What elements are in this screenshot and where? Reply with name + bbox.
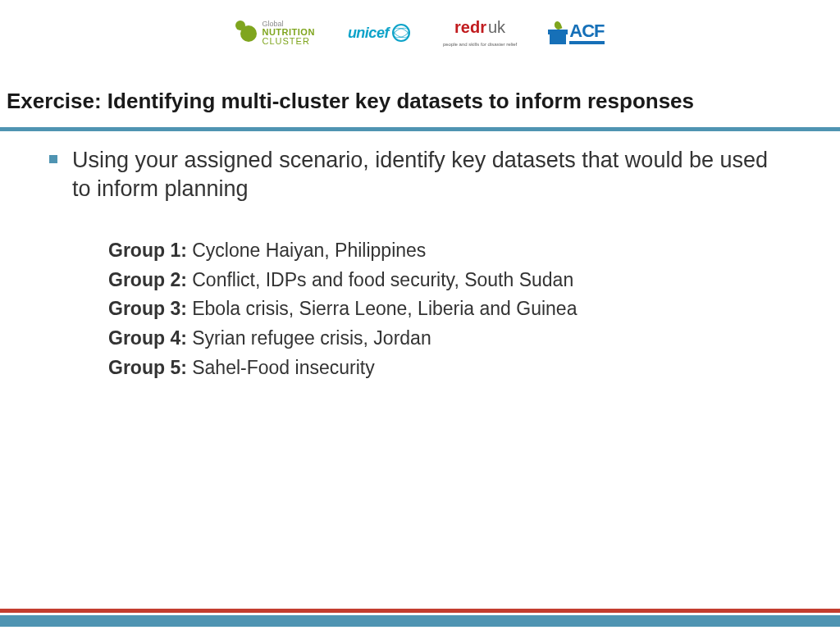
acf-text: ACF [569,22,604,44]
group-label: Group 3: [108,298,187,319]
redr-red: redr [454,18,486,36]
redr-sub: people and skills for disaster relief [443,42,517,47]
group-text: Syrian refugee crisis, Jordan [187,327,431,349]
lead-bullet-row: Using your assigned scenario, identify k… [49,146,791,203]
acf-logo: ACF [550,21,604,44]
lead-text: Using your assigned scenario, identify k… [72,146,791,203]
square-bullet-icon [49,155,57,163]
logo-strip: Global NUTRITION CLUSTER unicef redruk p… [0,0,840,64]
gnc-line3: CLUSTER [262,37,314,46]
group-text: Ebola crisis, Sierra Leone, Liberia and … [187,298,578,319]
group-row: Group 4: Syrian refugee crisis, Jordan [108,324,791,354]
group-text: Cyclone Haiyan, Philippines [187,240,427,261]
globe-icon [392,24,410,42]
group-label: Group 5: [108,357,187,378]
group-row: Group 1: Cyclone Haiyan, Philippines [108,236,791,266]
gnc-logo: Global NUTRITION CLUSTER [235,19,314,47]
gnc-line2: NUTRITION [262,28,314,37]
group-text: Conflict, IDPs and food security, South … [187,269,573,290]
redr-uk: uk [488,18,505,36]
unicef-text: unicef [348,25,389,42]
group-list: Group 1: Cyclone Haiyan, Philippines Gro… [49,236,791,382]
gnc-icon [235,19,258,47]
group-row: Group 2: Conflict, IDPs and food securit… [108,266,791,295]
acf-icon [550,21,566,44]
unicef-logo: unicef [348,24,410,42]
redr-logo: redruk people and skills for disaster re… [443,19,517,47]
group-label: Group 4: [108,327,187,349]
footer-stripes [0,609,840,630]
slide-title: Exercise: Identifying multi-cluster key … [0,64,840,122]
group-row: Group 3: Ebola crisis, Sierra Leone, Lib… [108,294,791,324]
group-text: Sahel-Food insecurity [187,357,375,378]
group-label: Group 2: [108,269,187,290]
group-label: Group 1: [108,240,187,261]
slide-content: Using your assigned scenario, identify k… [0,131,840,382]
group-row: Group 5: Sahel-Food insecurity [108,354,791,383]
